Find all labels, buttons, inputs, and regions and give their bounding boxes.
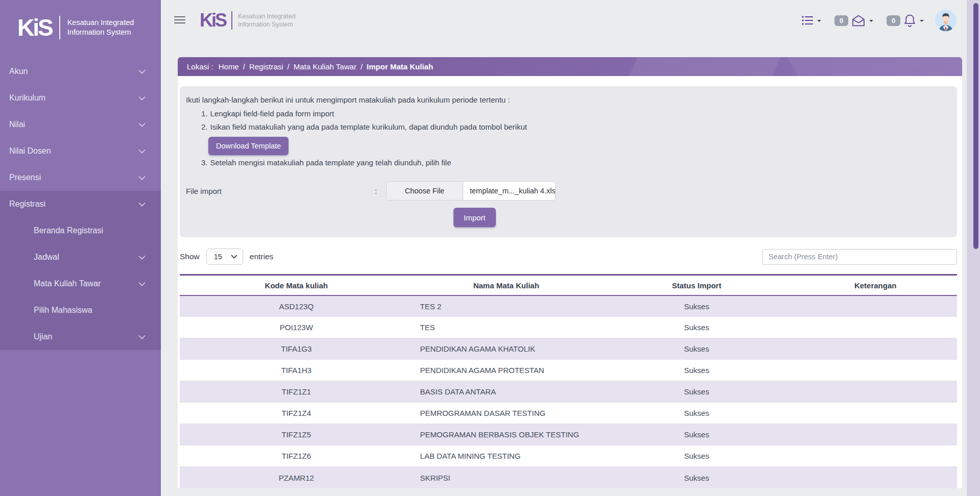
main-area: KiS Kesatuan Integrated Information Syst… — [161, 0, 980, 496]
logo-divider — [231, 11, 232, 30]
brand-name-line2: Information System — [67, 28, 131, 36]
messages-dropdown[interactable]: 0 — [834, 14, 873, 27]
brand-name-line1: Kesatuan Integrated — [67, 18, 134, 27]
chevron-down-icon — [138, 202, 146, 207]
sidebar-item-kurikulum[interactable]: Kurikulum — [0, 85, 161, 111]
kis-logo-small: KiS — [200, 11, 226, 30]
user-avatar[interactable] — [935, 10, 957, 31]
import-intro-text: Ikuti langkah-langkah berikut ini untuk … — [186, 95, 947, 104]
chevron-down-icon — [138, 335, 146, 339]
sidebar-item-label: Akun — [9, 67, 138, 76]
file-import-row: File import : Choose File template_m..._… — [186, 181, 947, 201]
sidebar-toggle-button[interactable] — [172, 14, 187, 28]
chevron-down-icon — [138, 96, 146, 101]
breadcrumb-link-home[interactable]: Home — [219, 62, 239, 71]
download-template-button[interactable]: Download Template — [208, 137, 289, 155]
chevron-down-icon — [138, 176, 146, 180]
notification-count-badge: 0 — [887, 15, 900, 26]
import-step-3: 3.Setelah mengisi matakuliah pada templa… — [201, 157, 947, 168]
keterangan-cell — [794, 317, 957, 338]
sidebar-item-label: Registrasi — [9, 200, 138, 209]
brand-name-line1: Kesatuan Integrated — [238, 13, 296, 20]
kode-cell: TIFZ1Z5 — [180, 424, 413, 445]
sidebar-item-jadwal[interactable]: Jadwal — [0, 244, 161, 270]
table-row[interactable]: TIFZ1Z4PEMROGRAMAN DASAR TESTINGSukses — [180, 403, 957, 424]
page-size-select[interactable]: 15 — [206, 249, 243, 265]
page-scrollbar-thumb[interactable] — [973, 3, 978, 249]
header-nama-mata-kuliah[interactable]: Nama Mata Kuliah — [413, 275, 600, 295]
sidebar-item-label: Nilai Dosen — [9, 146, 138, 156]
breadcrumb-link-registrasi[interactable]: Registrasi — [249, 62, 283, 71]
page-scrollbar-track[interactable] — [967, 0, 980, 496]
quick-menu-dropdown[interactable] — [798, 15, 821, 26]
step-number: 3. — [201, 158, 208, 167]
table-row[interactable]: TIFA1H3PENDIDIKAN AGAMA PROTESTANSukses — [180, 360, 957, 381]
nama-cell: SKRIPSI — [413, 467, 600, 488]
sidebar-item-akun[interactable]: Akun — [0, 58, 161, 85]
choose-file-button[interactable]: Choose File — [387, 182, 463, 200]
caret-down-icon — [920, 20, 924, 24]
keterangan-cell — [794, 403, 957, 424]
import-button[interactable]: Import — [453, 208, 496, 227]
keterangan-cell — [794, 424, 957, 445]
file-input: Choose File template_m..._kuliah 4.xlsx — [386, 181, 556, 201]
sidebar-item-pilih-mahasiswa[interactable]: Pilih Mahasiswa — [0, 297, 161, 324]
kode-cell: TIFZ1Z6 — [180, 445, 413, 467]
chevron-down-icon — [138, 122, 146, 127]
kis-logo: KiS — [17, 16, 52, 39]
step-text: Isikan field matakuliah yang ada pada te… — [210, 122, 527, 131]
sidebar-item-presensi[interactable]: Presensi — [0, 164, 161, 191]
label-separator: : — [375, 187, 380, 195]
sidebar-item-label: Mata Kuliah Tawar — [34, 279, 138, 288]
sidebar-item-registrasi[interactable]: Registrasi — [0, 191, 161, 217]
notifications-dropdown[interactable]: 0 — [887, 14, 924, 28]
sidebar-expanded-section: RegistrasiBeranda RegistrasiJadwalMata K… — [0, 191, 161, 350]
keterangan-cell — [794, 445, 957, 467]
table-row[interactable]: TIFZ1Z1BASIS DATA ANTARASukses — [180, 381, 957, 403]
list-menu-icon — [801, 15, 814, 26]
kode-cell: TIFA1H3 — [180, 360, 413, 381]
status-cell: Sukses — [600, 424, 794, 445]
sidebar-item-ujian[interactable]: Ujian — [0, 324, 161, 350]
sidebar-item-mata-kuliah-tawar[interactable]: Mata Kuliah Tawar — [0, 270, 161, 297]
sidebar-item-label: Nilai — [9, 120, 138, 129]
chevron-down-icon — [138, 255, 146, 260]
kode-cell: POI123W — [180, 317, 413, 338]
import-step-1: 1.Lengkapi field-field pada form import — [201, 108, 947, 119]
sidebar-item-label: Presensi — [9, 173, 138, 182]
sidebar-item-nilai[interactable]: Nilai — [0, 111, 161, 138]
table-row[interactable]: POI123WTESSukses — [180, 317, 957, 338]
status-cell: Sukses — [600, 360, 794, 381]
notifications-bell-icon — [903, 14, 916, 28]
status-cell: Sukses — [600, 338, 794, 360]
topbar-logo: KiS Kesatuan Integrated Information Syst… — [200, 11, 296, 30]
brand-name: Kesatuan Integrated Information System — [67, 18, 134, 37]
header-kode-mata-kuliah[interactable]: Kode Mata kuliah — [180, 275, 413, 295]
keterangan-cell — [794, 381, 957, 403]
search-input[interactable] — [762, 249, 957, 265]
kode-cell: TIFZ1Z4 — [180, 403, 413, 424]
header-status-import[interactable]: Status Import — [600, 275, 794, 295]
table-row[interactable]: TIFZ1Z6LAB DATA MINING TESTINGSukses — [180, 445, 957, 467]
sidebar-item-beranda-registrasi[interactable]: Beranda Registrasi — [0, 217, 161, 244]
sidebar-item-label: Ujian — [34, 332, 138, 341]
sidebar-item-label: Jadwal — [34, 253, 138, 262]
caret-down-icon — [817, 20, 821, 24]
nama-cell: LAB DATA MINING TESTING — [413, 445, 600, 467]
table-row[interactable]: PZAMR12SKRIPSISukses — [180, 467, 957, 488]
table-row[interactable]: ASD123QTES 2Sukses — [180, 295, 957, 317]
step-number: 1. — [201, 109, 208, 118]
breadcrumb-separator: / — [243, 62, 245, 71]
header-keterangan[interactable]: Keterangan — [794, 275, 957, 295]
page-size-value: 15 — [214, 253, 231, 261]
show-label: Show — [180, 252, 200, 261]
sidebar-item-nilai-dosen[interactable]: Nilai Dosen — [0, 138, 161, 164]
breadcrumb-link-mata-kuliah-tawar[interactable]: Mata Kuliah Tawar — [294, 62, 356, 71]
keterangan-cell — [794, 467, 957, 488]
logo-divider — [59, 16, 60, 39]
sidebar-logo: KiS Kesatuan Integrated Information Syst… — [0, 0, 161, 55]
table-row[interactable]: TIFA1G3PENDIDIKAN AGAMA KHATOLIKSukses — [180, 338, 957, 360]
chevron-down-icon — [138, 282, 146, 286]
table-row[interactable]: TIFZ1Z5PEMOGRAMAN BERBASIS OBJEK TESTING… — [180, 424, 957, 445]
import-step-2: 2.Isikan field matakuliah yang ada pada … — [201, 121, 947, 133]
